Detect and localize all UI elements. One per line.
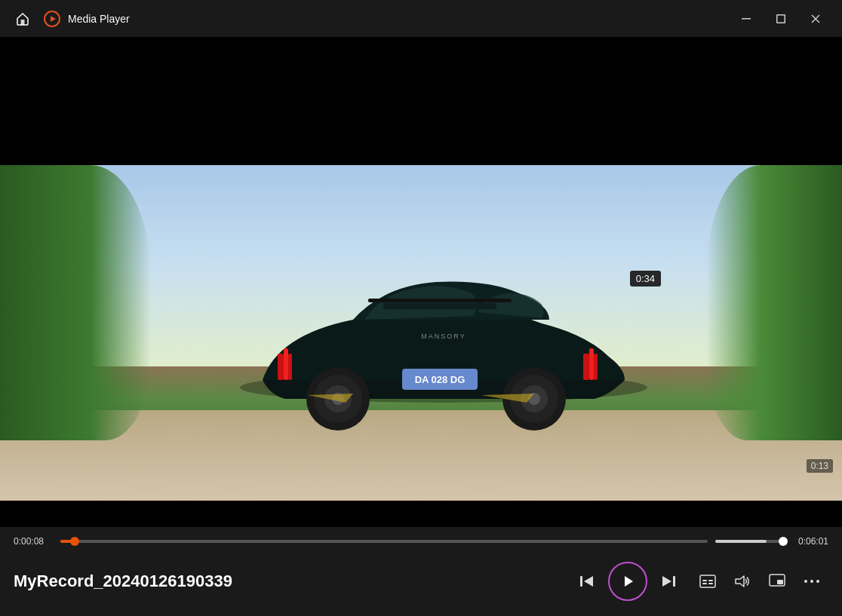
svg-rect-11 bbox=[583, 354, 589, 380]
svg-rect-10 bbox=[288, 354, 292, 380]
window-controls bbox=[729, 0, 833, 37]
svg-rect-27 bbox=[580, 576, 582, 587]
svg-rect-12 bbox=[589, 348, 594, 380]
svg-rect-13 bbox=[594, 354, 598, 380]
svg-marker-28 bbox=[584, 576, 593, 587]
close-button[interactable] bbox=[798, 0, 833, 37]
trees-right bbox=[706, 165, 842, 440]
trees-left bbox=[0, 165, 151, 440]
svg-rect-3 bbox=[742, 18, 751, 20]
total-time: 0:06:01 bbox=[791, 536, 828, 547]
svg-point-41 bbox=[810, 580, 813, 583]
mini-view-button[interactable] bbox=[761, 565, 794, 598]
current-time: 0:00:08 bbox=[14, 536, 53, 547]
right-controls bbox=[691, 565, 828, 598]
svg-rect-39 bbox=[777, 580, 783, 584]
svg-text:DA 028 DG: DA 028 DG bbox=[415, 374, 466, 385]
progress-bar[interactable] bbox=[60, 540, 708, 543]
progress-thumb bbox=[70, 537, 79, 546]
svg-marker-29 bbox=[625, 576, 633, 587]
svg-rect-32 bbox=[700, 575, 715, 587]
skip-forward-button[interactable] bbox=[652, 565, 685, 598]
svg-point-40 bbox=[804, 580, 807, 583]
video-container[interactable]: DA 028 DG MANSORY 0:34 0:13 bbox=[0, 37, 842, 527]
app-icon bbox=[44, 11, 60, 27]
svg-rect-36 bbox=[708, 583, 713, 584]
svg-rect-25 bbox=[368, 299, 512, 302]
volume-bar[interactable] bbox=[715, 540, 783, 543]
svg-point-42 bbox=[816, 580, 819, 583]
app-title: Media Player bbox=[68, 13, 130, 25]
svg-marker-31 bbox=[662, 576, 671, 587]
skip-back-button[interactable] bbox=[570, 565, 604, 598]
black-letterbox-top bbox=[0, 37, 842, 165]
media-title: MyRecord_20240126190339 bbox=[14, 572, 570, 591]
svg-rect-35 bbox=[708, 580, 713, 581]
svg-rect-33 bbox=[702, 580, 707, 581]
video-scene: DA 028 DG MANSORY 0:34 bbox=[0, 165, 842, 501]
volume-filled bbox=[715, 540, 767, 543]
bottom-controls: MyRecord_20240126190339 bbox=[0, 556, 842, 616]
playback-buttons bbox=[570, 562, 685, 601]
title-bar-left: Media Player bbox=[9, 5, 729, 32]
svg-rect-34 bbox=[702, 583, 707, 584]
svg-rect-4 bbox=[777, 14, 785, 23]
svg-rect-30 bbox=[673, 576, 675, 587]
volume-thumb bbox=[779, 537, 788, 546]
volume-button[interactable] bbox=[726, 565, 759, 598]
captions-button[interactable] bbox=[691, 565, 724, 598]
svg-rect-24 bbox=[383, 303, 496, 309]
progress-row: 0:00:08 0:06:01 bbox=[0, 527, 842, 556]
svg-rect-8 bbox=[278, 354, 284, 380]
home-button[interactable] bbox=[9, 5, 36, 32]
progress-played bbox=[60, 540, 75, 543]
svg-marker-2 bbox=[51, 16, 56, 22]
restore-button[interactable] bbox=[764, 0, 798, 37]
seek-time-indicator: 0:13 bbox=[807, 459, 833, 473]
volume-track bbox=[715, 540, 783, 543]
home-icon bbox=[15, 11, 30, 26]
svg-rect-0 bbox=[21, 20, 25, 25]
title-bar: Media Player bbox=[0, 0, 842, 37]
play-button[interactable] bbox=[608, 562, 647, 601]
more-button[interactable] bbox=[795, 565, 828, 598]
minimize-button[interactable] bbox=[729, 0, 764, 37]
svg-text:MANSORY: MANSORY bbox=[421, 333, 466, 340]
svg-rect-9 bbox=[284, 348, 288, 380]
progress-track bbox=[60, 540, 708, 543]
svg-marker-37 bbox=[736, 576, 744, 587]
car-visual: DA 028 DG MANSORY bbox=[217, 199, 670, 486]
seek-tooltip: 0:34 bbox=[630, 271, 661, 287]
controls-area: 0:00:08 0:06:01 MyRecord_20240126190339 bbox=[0, 527, 842, 616]
